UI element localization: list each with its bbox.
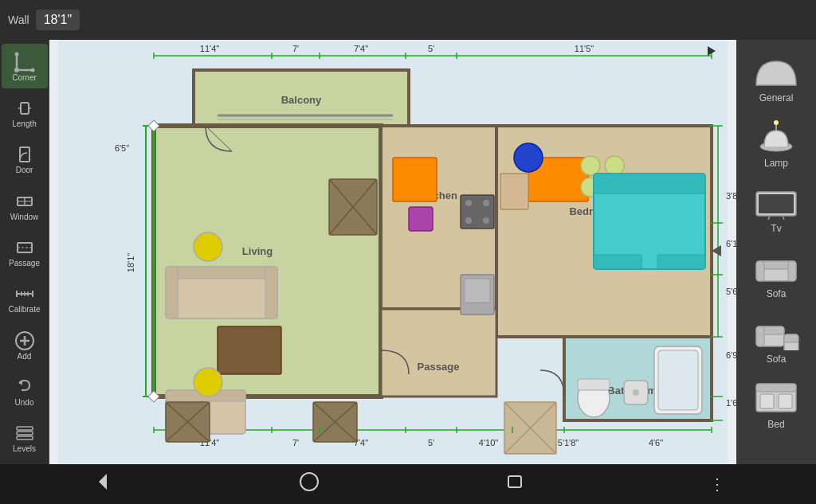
svg-rect-152 <box>784 334 798 342</box>
tool-undo[interactable]: Undo <box>2 369 48 413</box>
calibrate-icon <box>14 283 36 305</box>
svg-point-103 <box>605 156 624 175</box>
svg-rect-92 <box>409 207 433 231</box>
svg-rect-150 <box>756 326 764 346</box>
svg-text:5': 5' <box>428 438 434 447</box>
svg-point-89 <box>194 232 222 261</box>
svg-text:1'6": 1'6" <box>726 398 736 408</box>
svg-point-158 <box>300 473 318 490</box>
svg-rect-46 <box>381 309 496 397</box>
svg-rect-23 <box>17 432 33 435</box>
passage-label: Passage <box>9 259 40 268</box>
svg-text:6'9": 6'9" <box>726 350 736 360</box>
svg-rect-115 <box>658 350 698 410</box>
svg-rect-99 <box>465 279 490 303</box>
levels-label: Levels <box>13 444 36 453</box>
svg-text:7': 7' <box>292 438 299 447</box>
door-label: Door <box>16 166 33 174</box>
tool-window[interactable]: Window <box>2 183 48 228</box>
furniture-sofa2[interactable]: Sofa <box>740 307 812 369</box>
svg-point-101 <box>514 143 543 172</box>
bed-preview <box>748 377 804 417</box>
svg-text:5': 5' <box>428 44 434 53</box>
svg-point-4 <box>14 68 19 72</box>
right-sidebar: General Lamp Tv <box>736 40 816 464</box>
window-icon <box>14 190 36 213</box>
back-button[interactable] <box>75 463 131 504</box>
svg-rect-106 <box>594 174 705 193</box>
svg-text:3'8": 3'8" <box>726 191 736 201</box>
furniture-tv[interactable]: Tv <box>740 177 812 239</box>
home-button[interactable] <box>281 463 337 504</box>
svg-rect-147 <box>788 261 796 281</box>
more-button[interactable]: ⋮ <box>693 467 741 501</box>
wall-value: 18'1" <box>36 10 80 30</box>
wall-label: Wall <box>8 14 29 26</box>
svg-rect-24 <box>17 436 33 440</box>
svg-rect-156 <box>779 394 792 408</box>
svg-text:18'1": 18'1" <box>126 253 135 272</box>
svg-point-139 <box>774 120 779 125</box>
main-content: Corner Length Door Window <box>0 40 816 464</box>
svg-rect-111 <box>578 379 610 390</box>
corner-label: Corner <box>12 73 37 82</box>
tool-calibrate[interactable]: Calibrate <box>2 276 48 321</box>
svg-point-3 <box>30 68 34 72</box>
svg-rect-159 <box>508 476 521 487</box>
lamp-preview <box>748 116 804 156</box>
furniture-lamp[interactable]: Lamp <box>740 111 812 174</box>
passage-icon <box>14 236 36 259</box>
svg-rect-141 <box>759 194 794 213</box>
svg-rect-108 <box>657 255 705 269</box>
svg-text:7'4": 7'4" <box>354 44 368 53</box>
svg-marker-157 <box>99 474 107 490</box>
add-icon <box>14 330 36 352</box>
svg-rect-5 <box>21 103 29 114</box>
svg-rect-6 <box>20 147 29 162</box>
tool-add[interactable]: Add <box>2 322 48 367</box>
svg-point-97 <box>483 217 489 224</box>
svg-text:11'4": 11'4" <box>200 44 219 53</box>
svg-text:Passage: Passage <box>418 361 460 373</box>
tool-length[interactable]: Length <box>2 90 48 135</box>
sofa2-preview <box>748 312 804 352</box>
svg-rect-91 <box>393 158 437 201</box>
svg-rect-107 <box>594 255 641 269</box>
svg-rect-79 <box>218 326 281 374</box>
furniture-general[interactable]: General <box>740 46 812 108</box>
svg-point-113 <box>633 389 639 396</box>
tool-levels[interactable]: Levels <box>2 416 48 460</box>
svg-text:5'1'8": 5'1'8" <box>558 438 579 447</box>
lamp-label: Lamp <box>764 158 788 169</box>
sofa2-label: Sofa <box>767 354 787 365</box>
furniture-sofa1[interactable]: Sofa <box>740 242 812 304</box>
top-bar: Wall 18'1" <box>0 0 816 40</box>
corner-icon <box>14 51 36 73</box>
svg-text:4'10": 4'10" <box>479 438 498 447</box>
svg-rect-146 <box>756 261 764 281</box>
canvas-area[interactable]: 11'4" 7' 7'4" 5' 11'5" Balcony Passage <box>49 40 736 464</box>
svg-text:4'6": 4'6" <box>649 438 663 447</box>
tool-passage[interactable]: Passage <box>2 229 48 274</box>
svg-text:5'6": 5'6" <box>726 287 736 296</box>
svg-point-94 <box>465 200 472 206</box>
svg-point-90 <box>194 368 222 397</box>
length-icon <box>14 97 36 119</box>
furniture-bed[interactable]: Bed <box>740 373 812 435</box>
svg-rect-74 <box>166 267 277 279</box>
svg-text:6'5": 6'5" <box>115 143 129 153</box>
sofa1-label: Sofa <box>767 288 787 299</box>
svg-rect-75 <box>166 267 178 318</box>
svg-rect-109 <box>500 174 528 209</box>
add-label: Add <box>18 352 32 361</box>
levels-icon <box>14 422 36 444</box>
svg-text:Living: Living <box>242 245 273 257</box>
recent-button[interactable] <box>487 463 543 504</box>
tool-corner[interactable]: Corner <box>2 44 48 88</box>
window-label: Window <box>10 213 39 221</box>
svg-rect-22 <box>17 427 33 430</box>
svg-point-102 <box>581 156 600 175</box>
svg-rect-154 <box>756 384 796 392</box>
svg-point-96 <box>465 217 472 224</box>
tool-door[interactable]: Door <box>2 137 48 182</box>
